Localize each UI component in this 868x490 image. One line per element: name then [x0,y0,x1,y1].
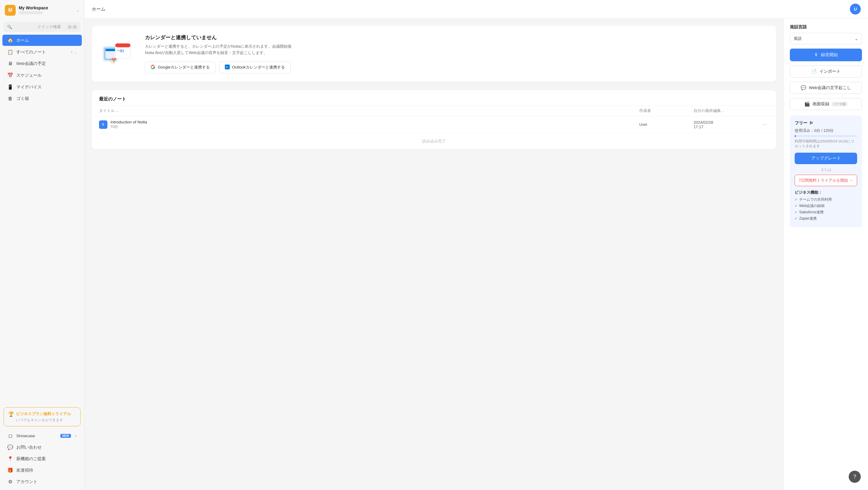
notes-table-header: タイトル ⌄ 作成者 自分の最終編集 ↓ [92,106,776,116]
nav-account[interactable]: ⚙ アカウント [2,476,82,487]
web-meeting-icon: 💬 [801,85,806,91]
note-author: User [639,122,693,127]
user-avatar-button[interactable]: U [850,4,861,14]
language-selector[interactable]: 英語 ⌄ [790,33,862,44]
col-author: 作成者 [639,108,693,113]
trial-banner[interactable]: 🏆 ビジネスプラン無料トライアル いつでもキャンセルできます [4,407,81,426]
google-calendar-icon [151,65,155,70]
nav-web-meetings[interactable]: 🖥 Web会議の予定 [2,58,82,69]
outlook-calendar-btn[interactable]: O Outlookカレンダーと連携する [219,62,291,73]
showcase-new-badge: NEW [60,434,71,438]
nav-contact[interactable]: 💬 お問い合わせ [2,442,82,453]
content-area: 31 Wed 📅 カレンダーと連携していません カレンダーと連携すると、カレンダ… [85,19,868,490]
nav-my-device[interactable]: 📱 マイデバイス [2,81,82,93]
trial-sub: いつでもキャンセルできます [16,418,71,422]
beta-badge: ベータ版 [832,102,847,106]
feature-label: Salesforce連携 [799,210,824,215]
device-icon: 📱 [7,84,13,90]
note-date: 2024/02/28 [693,120,760,125]
check-icon: ✓ [795,217,797,221]
nav-trash[interactable]: 🗑 ゴミ箱 [2,93,82,104]
nav-suggest[interactable]: 📍 新機能のご提案 [2,453,82,464]
home-icon: 🏠 [7,37,13,43]
business-title: ビジネス機能： [795,190,857,195]
calendar-buttons: Googleカレンダーと連携する O Outlookカレンダーと連携する [145,62,767,73]
check-icon: ✓ [795,198,797,201]
contact-icon: 💬 [7,445,13,450]
import-label: インポート [819,69,840,74]
external-link-icon: ↗ [74,434,77,438]
help-button[interactable]: ? [849,471,861,483]
schedule-icon: 📅 [7,72,13,78]
feature-item: ✓ チームでの共同利用 [795,197,857,202]
nav-showcase[interactable]: ◻ Showcase NEW ↗ [2,430,82,442]
nav-schedule[interactable]: 📅 スケジュール [2,70,82,81]
screen-record-button[interactable]: 🎬 画面収録 ベータ版 [790,98,862,110]
col-last-edit[interactable]: 自分の最終編集 ↓ [693,108,760,113]
calendar-integration-card: 31 Wed 📅 カレンダーと連携していません カレンダーと連携すると、カレンダ… [92,26,776,82]
suggest-icon: 📍 [7,456,13,462]
main-content: 31 Wed 📅 カレンダーと連携していません カレンダーと連携すると、カレンダ… [85,19,783,490]
nav-trash-label: ゴミ箱 [16,96,77,101]
trial-start-button[interactable]: 7日間無料トライアルを開始 → [795,175,857,186]
workspace-sub [19,11,43,14]
feature-label: チームでの共同利用 [799,197,832,202]
check-icon: ✓ [795,204,797,208]
calendar-card-title: カレンダーと連携していません [145,34,767,41]
svg-text:O: O [226,66,227,68]
note-more-button[interactable]: ··· [760,121,769,128]
quick-search[interactable]: 🔍 クイック検索 ⌘ K [4,22,81,32]
add-note-icon[interactable]: + [71,50,73,54]
feature-item: ✓ Zapier連携 [795,216,857,221]
showcase-icon: ◻ [7,433,13,439]
import-icon: 📄 [811,69,817,74]
right-panel: 発話言語 英語 ⌄ 🎙 録音開始 📄 インポート 💬 Web会議の文字起こし [783,19,868,490]
search-icon: 🔍 [7,25,35,29]
screen-record-label: 画面収録 [812,101,829,107]
import-button[interactable]: 📄 インポート [790,65,862,77]
trial-title: ビジネスプラン無料トライアル [16,411,71,417]
recent-notes-section: 最近のノート タイトル ⌄ 作成者 自分の最終編集 ↓ [92,90,776,149]
table-row[interactable]: 🎙 Introduction of Notta 55秒 User 2024/02… [92,116,776,133]
trash-icon: 🗑 [7,96,13,101]
note-time: 17:17 [693,125,760,129]
topbar: ホーム U [85,0,868,19]
google-calendar-btn[interactable]: Googleカレンダーと連携する [145,62,216,73]
search-shortcut: ⌘ K [68,25,77,29]
record-button[interactable]: 🎙 録音開始 [790,48,862,61]
nav-invite[interactable]: 🎁 友達招待 [2,465,82,476]
speech-lang-title: 発話言語 [790,25,862,30]
calendar-illustration: 31 Wed 📅 [101,39,137,68]
note-title: Introduction of Notta [111,120,147,124]
speech-language-section: 発話言語 英語 ⌄ [790,25,862,44]
svg-text:📅: 📅 [112,59,117,63]
web-meeting-label: Web会議の文字起こし [809,85,851,91]
plan-section: フリー 🏳 使用済み：0分 / 120分 利用可能時間は2024/05/19 1… [790,116,862,227]
nav-showcase-label: Showcase [16,433,57,438]
recent-notes-title: 最近のノート [92,90,776,106]
col-title[interactable]: タイトル ⌄ [99,108,639,113]
upgrade-button[interactable]: アップグレード [795,153,857,164]
sort-edit-icon: ↓ [722,109,724,112]
svg-rect-5 [115,43,130,47]
plan-icon: 🏳 [809,121,813,126]
nav-home-label: ホーム [16,38,77,43]
trial-icon: 🏆 [8,411,14,417]
lang-selected-value: 英語 [794,36,802,41]
nav-invite-label: 友達招待 [16,468,77,473]
microphone-icon: 🎙 [814,53,818,57]
nav-all-notes-label: すべてのノート [16,50,68,55]
record-label: 録音開始 [821,52,838,58]
expand-notes-icon[interactable]: ⌄ [74,50,77,54]
screen-record-icon: 🎬 [804,101,810,107]
nav-all-notes[interactable]: 📋 すべてのノート + ⌄ [2,46,82,58]
web-meeting-transcribe-button[interactable]: 💬 Web会議の文字起こし [790,82,862,94]
nav-home[interactable]: 🏠 ホーム [2,35,82,46]
workspace-header[interactable]: M My Workspace ⌄ [0,0,84,21]
nav-web-meetings-label: Web会議の予定 [16,61,77,66]
sort-title-icon: ⌄ [116,109,118,112]
outlook-calendar-label: Outlookカレンダーと連携する [232,65,285,70]
workspace-chevron-icon: ⌄ [76,8,80,12]
svg-text:Wed: Wed [117,50,121,52]
note-record-icon: 🎙 [99,120,107,129]
